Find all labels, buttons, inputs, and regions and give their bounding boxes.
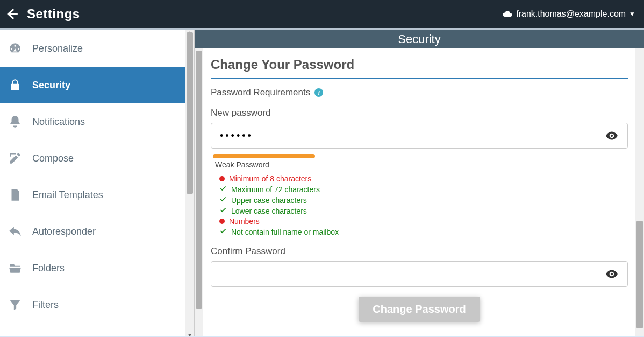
rule-text: Lower case characters [231, 207, 307, 215]
user-menu[interactable]: frank.thomas@example.com ▼ [502, 9, 635, 19]
sidebar-item-notifications[interactable]: Notifications [0, 103, 186, 140]
toggle-visibility-button[interactable] [601, 123, 622, 149]
confirm-password-wrap [211, 261, 628, 287]
sidebar-item-label: Notifications [32, 116, 85, 128]
password-strength-bar [213, 154, 315, 158]
page-title: Settings [27, 6, 80, 22]
content-header: Security [195, 30, 644, 48]
sidebar-scrollbar[interactable]: ▲ ▼ [185, 30, 194, 337]
gauge-icon [8, 41, 23, 55]
check-icon [219, 185, 227, 194]
password-strength-label: Weak Password [215, 160, 628, 169]
rule-numbers: Numbers [219, 217, 628, 226]
back-arrow-icon[interactable] [4, 6, 19, 22]
top-bar-left: Settings [4, 6, 80, 22]
sidebar-item-personalize[interactable]: Personalize [0, 30, 186, 67]
document-icon [8, 188, 23, 202]
sidebar-item-label: Email Templates [32, 189, 103, 201]
sidebar-item-label: Filters [32, 299, 59, 311]
sidebar-item-label: Security [32, 80, 70, 91]
eye-icon [605, 267, 619, 281]
sidebar-container: Personalize Security Notifications Compo… [0, 30, 195, 337]
password-rules: Minimum of 8 characters Maximum of 72 ch… [219, 174, 628, 236]
rule-no-name: Not contain full name or mailbox [219, 227, 628, 236]
sidebar-item-filters[interactable]: Filters [0, 286, 186, 323]
rule-text: Maximum of 72 characters [231, 185, 320, 194]
fail-dot-icon [219, 219, 225, 224]
sidebar-item-label: Autoresponder [32, 226, 96, 237]
sidebar-item-security[interactable]: Security [0, 67, 186, 103]
sidebar-scroll-thumb[interactable] [187, 32, 193, 194]
section-divider [211, 78, 628, 79]
rule-max-chars: Maximum of 72 characters [219, 185, 628, 194]
lock-icon [8, 78, 23, 92]
toggle-visibility-button[interactable] [601, 261, 622, 287]
content-scroll-thumb-left[interactable] [196, 51, 202, 309]
requirements-label: Password Requirements [211, 87, 310, 98]
sidebar-item-folders[interactable]: Folders [0, 250, 186, 286]
check-icon [219, 206, 227, 215]
check-icon [219, 227, 227, 236]
content-scroll-thumb-right[interactable] [636, 221, 643, 328]
requirements-row: Password Requirements i [211, 87, 628, 98]
sidebar-item-autoresponder[interactable]: Autoresponder [0, 213, 186, 250]
rule-lowercase: Lower case characters [219, 206, 628, 215]
security-panel: Change Your Password Password Requiremen… [211, 48, 628, 337]
rule-text: Minimum of 8 characters [229, 174, 311, 183]
new-password-wrap [211, 123, 628, 149]
sidebar-item-compose[interactable]: Compose [0, 140, 186, 177]
folder-icon [8, 261, 23, 275]
fail-dot-icon [219, 176, 225, 181]
section-title: Change Your Password [211, 57, 628, 72]
confirm-password-section: Confirm Password [211, 246, 628, 287]
rule-text: Not contain full name or mailbox [231, 228, 339, 236]
change-password-button[interactable]: Change Password [359, 297, 480, 322]
content-scrollbar-left[interactable] [195, 48, 203, 337]
new-password-label: New password [211, 108, 628, 118]
new-password-input[interactable] [211, 123, 628, 149]
sidebar-item-label: Folders [32, 263, 65, 274]
eye-icon [605, 129, 619, 143]
confirm-password-input[interactable] [211, 261, 628, 287]
main-area: Personalize Security Notifications Compo… [0, 28, 644, 337]
rule-text: Upper case characters [231, 196, 307, 205]
cloud-icon [502, 9, 513, 19]
funnel-icon [8, 298, 23, 312]
compose-icon [8, 151, 23, 165]
info-icon[interactable]: i [314, 88, 323, 97]
user-email: frank.thomas@example.com [516, 9, 626, 19]
caret-down-icon: ▼ [629, 10, 635, 18]
submit-row: Change Password [211, 297, 628, 322]
reply-icon [8, 224, 23, 238]
sidebar-item-email-templates[interactable]: Email Templates [0, 177, 186, 213]
content-container: Security Change Your Password Password R… [195, 30, 644, 337]
sidebar-item-label: Compose [32, 153, 74, 164]
content-scrollbar-right[interactable] [635, 48, 644, 337]
sidebar: Personalize Security Notifications Compo… [0, 30, 186, 323]
sidebar-item-label: Personalize [32, 43, 83, 54]
rule-min-chars: Minimum of 8 characters [219, 174, 628, 183]
check-icon [219, 195, 227, 205]
rule-uppercase: Upper case characters [219, 195, 628, 205]
top-bar: Settings frank.thomas@example.com ▼ [0, 0, 644, 28]
bell-icon [8, 115, 23, 129]
rule-text: Numbers [229, 217, 260, 226]
confirm-password-label: Confirm Password [211, 246, 628, 257]
